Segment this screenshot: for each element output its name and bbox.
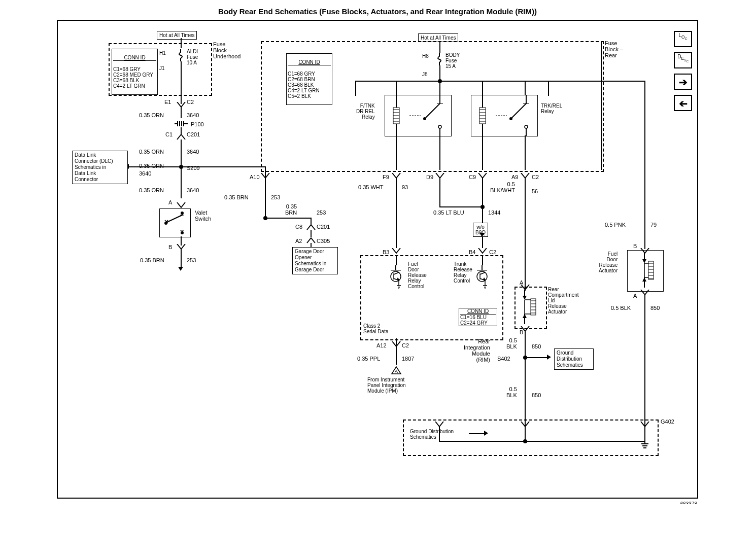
body-fuse-icon — [436, 53, 443, 65]
rim-conn-id: CONN ID C1=16 BLU C2=24 GRY — [459, 308, 497, 326]
b-fuel-label: B — [633, 243, 637, 249]
c201-label: C201 — [187, 131, 200, 137]
blkwht-label: 0.5 BLK/WHT — [490, 181, 515, 193]
s209-label: S209 — [187, 165, 200, 171]
pnk-label: 0.5 PNK — [605, 222, 626, 228]
orn-label-1: 0.35 ORN — [139, 112, 164, 118]
ftnk-relay-label: F/TNK DR REL Relay — [356, 103, 375, 120]
3640-label-3: 3640 — [139, 170, 151, 177]
rim-label: Rear Integration Module (RIM) — [464, 338, 490, 363]
brn-253-label: 0.35BRN — [285, 203, 297, 216]
a2-label: A2 — [295, 238, 302, 244]
aldl-fuse-icon — [177, 49, 184, 61]
253-label-2: 253 — [271, 194, 280, 200]
3640-label-2: 3640 — [187, 149, 199, 155]
fuse-underhood-label: Fuse Block – Underhood — [213, 41, 241, 59]
trkrel-relay-label: TRK/REL Relay — [541, 103, 562, 114]
p100-label: P100 — [191, 121, 204, 127]
transistor-icon-1 — [387, 263, 407, 290]
b-label-valet: B — [168, 244, 172, 250]
e1-label: E1 — [164, 99, 171, 105]
solenoid-icon-2 — [630, 253, 660, 289]
valet-switch-icon — [159, 208, 191, 237]
gnd-dist-box: Ground Distribution Schematics — [554, 348, 594, 370]
b4-label: B4 — [469, 249, 475, 255]
wht-label: 0.35 WHT — [358, 184, 384, 190]
a10-label: A10 — [250, 174, 260, 180]
hot-label-1: Hot at All Times — [157, 31, 197, 40]
orn-label-3: 0.35 ORN — [139, 163, 164, 169]
h8-label: H8 — [422, 53, 429, 59]
aldl-fuse-label: ALDL Fuse 10 A — [187, 49, 199, 65]
j8-label: J8 — [422, 72, 428, 77]
a-fuel-label: A — [633, 293, 637, 299]
class2-label: Class 2 Serial Data — [363, 323, 388, 334]
nav-loc-button[interactable]: LOC — [674, 31, 692, 47]
3640-label-4: 3640 — [187, 187, 199, 193]
1807-label: 1807 — [402, 356, 414, 362]
1344-label: 1344 — [488, 209, 500, 216]
svg-marker-20 — [642, 277, 646, 282]
brn-label-1: 0.35 BRN — [140, 257, 164, 263]
c1-label: C1 — [165, 131, 173, 137]
nav-prev-button[interactable]: ➔ — [674, 95, 692, 111]
ipm-label: From Instrument Panel Integration Module… — [367, 377, 406, 394]
svg-marker-15 — [523, 296, 527, 300]
b3-label: B3 — [383, 249, 389, 255]
c305-label: C305 — [317, 238, 330, 244]
c8-label: C8 — [295, 224, 302, 230]
body-fuse-label: BODY Fuse 15 A — [445, 52, 460, 69]
transistor-icon-2 — [473, 263, 493, 290]
g402-label: G402 — [661, 418, 674, 425]
d9-label: D9 — [426, 174, 433, 180]
page-title: Body Rear End Schematics (Fuse Blocks, A… — [5, 5, 750, 20]
850-label-3: 850 — [650, 305, 660, 311]
c2-label-3: C2 — [489, 249, 496, 255]
blk05-label-2: 0.5 BLK — [506, 386, 517, 398]
ftnk-relay-icon — [385, 95, 452, 136]
dlc-reference-box: Data Link Connector (DLC) Schematics in … — [72, 151, 128, 184]
c2-label-2: C2 — [532, 174, 539, 180]
svg-text:A: A — [395, 369, 398, 374]
850-label-2: 850 — [532, 392, 541, 398]
j1-label: J1 — [159, 65, 165, 71]
gnd-dist2-label: Ground Distribution Schematics — [410, 429, 454, 440]
a-label-valet: A — [168, 199, 172, 205]
svg-marker-19 — [642, 259, 646, 263]
brn-label-2: 0.35 BRN — [224, 194, 249, 200]
ltblu-label: 0.35 LT BLU — [433, 209, 464, 216]
ground-icon — [640, 441, 649, 450]
nav-next-button[interactable]: ➔ — [674, 74, 692, 90]
c2-label-1: C2 — [187, 99, 194, 105]
a12-label: A12 — [376, 342, 387, 348]
trunk-relay-label: Trunk Release Relay Control — [454, 261, 472, 284]
c9-label: C9 — [469, 174, 476, 180]
svg-rect-18 — [648, 261, 654, 279]
blk05-label-1: 0.5 BLK — [506, 337, 517, 349]
nav-desc-button[interactable]: DESC — [674, 52, 692, 68]
ppl-label: 0.35 PPL — [357, 356, 380, 362]
svg-point-7 — [509, 117, 512, 120]
79-label: 79 — [650, 222, 657, 228]
s402-label: S402 — [497, 356, 510, 362]
850-label-1: 850 — [532, 343, 541, 349]
a9-label: A9 — [511, 174, 518, 180]
c201-label-2: C201 — [317, 224, 330, 230]
ipm-triangle-icon: A — [391, 366, 402, 376]
orn-label-2: 0.35 ORN — [139, 149, 164, 155]
trunk-lid-label: Rear Compartment Lid Release Actuator — [548, 287, 579, 314]
h1-label: H1 — [159, 50, 166, 56]
valet-switch-label: Valet Switch — [195, 209, 211, 222]
trkrel-relay-icon — [471, 95, 538, 136]
f9-label: F9 — [383, 174, 389, 180]
conn-id-underhood: CONN ID C1=68 GRY C2=68 MED GRY C3=68 BL… — [112, 49, 158, 95]
3640-label-1: 3640 — [187, 112, 199, 118]
93-label: 93 — [402, 184, 408, 190]
56-label: 56 — [532, 188, 538, 194]
fuse-rear-label: Fuse Block – Rear — [605, 40, 623, 58]
orn-label-4: 0.35 ORN — [139, 187, 164, 193]
253-label-1: 253 — [187, 257, 196, 263]
c2-label-4: C2 — [402, 342, 409, 348]
conn-id-rear: CONN ID C1=68 GRY C2=68 BRN C3=68 BLK C4… — [286, 53, 332, 105]
garage-door-reference: Garage Door Opener Schematics in Garage … — [292, 247, 338, 274]
